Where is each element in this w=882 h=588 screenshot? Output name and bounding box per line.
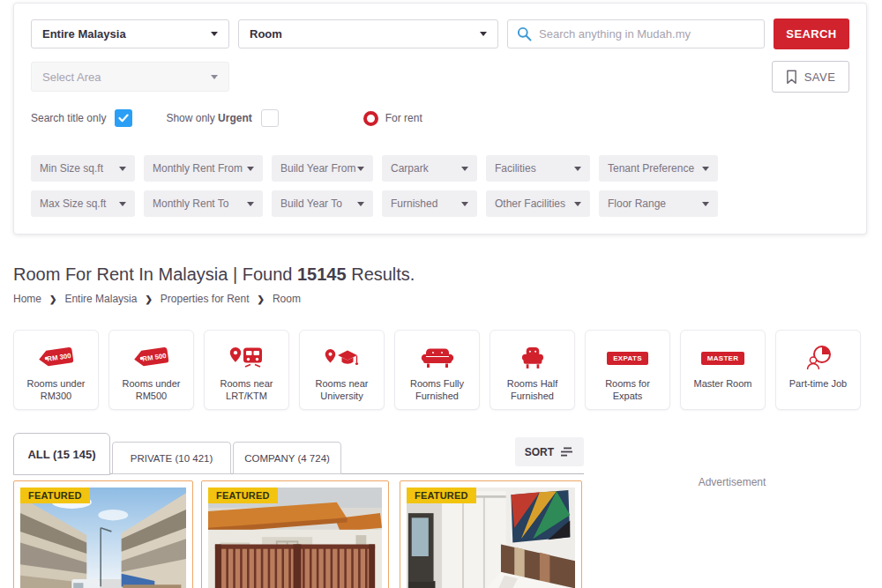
filter-other-facilities[interactable]: Other Facilities (486, 190, 590, 217)
chevron-down-icon (574, 202, 581, 206)
price-tag-icon: RM 300 (37, 346, 76, 370)
sort-button[interactable]: SORT (515, 437, 584, 466)
listing-card[interactable]: FEATURED (201, 480, 389, 588)
expats-badge-icon: EXPATS (607, 352, 648, 365)
chevron-down-icon (357, 167, 364, 171)
filter-min-size[interactable]: Min Size sq.ft (31, 155, 135, 182)
chevron-right-icon: ❯ (49, 294, 56, 304)
category-rooms-fully-furnished[interactable]: Rooms Fully Furnished (394, 330, 480, 410)
category-rooms-near-university[interactable]: Rooms near University (299, 330, 385, 410)
listing-card[interactable]: FEATURED (400, 480, 582, 588)
for-rent-radio[interactable] (363, 111, 378, 126)
filter-floor-range[interactable]: Floor Range (599, 190, 718, 217)
category-rooms-under-rm500[interactable]: RM 500 Rooms near LRT/KTM Rooms under RM… (108, 330, 194, 410)
breadcrumb: Home ❯ Entire Malaysia ❯ Properties for … (13, 293, 415, 305)
region-select[interactable]: Entire Malaysia (31, 19, 229, 48)
chevron-right-icon: ❯ (145, 294, 152, 304)
chevron-down-icon (211, 75, 218, 79)
sort-icon (561, 447, 574, 458)
listing-photo-bedroom: FEATURED (407, 488, 575, 588)
search-icon (517, 26, 532, 41)
category-rooms-half-furnished[interactable]: Rooms Half Furnished (490, 330, 575, 410)
region-select-value: Entire Malaysia (42, 27, 126, 41)
category-select-value: Room (250, 27, 282, 41)
filter-build-year-to[interactable]: Build Year To (272, 190, 373, 217)
chevron-down-icon (357, 202, 364, 206)
sofa-icon (420, 346, 455, 370)
sort-button-label: SORT (525, 446, 554, 458)
chevron-down-icon (247, 167, 254, 171)
chevron-down-icon (119, 202, 126, 206)
filter-monthly-rent-to[interactable]: Monthly Rent To (144, 190, 263, 217)
save-search-button[interactable]: SAVE (772, 61, 849, 93)
category-shortcuts: RM 300 Rooms under RM300 RM 500 Rooms ne… (13, 330, 861, 410)
train-location-icon (228, 345, 265, 371)
page-title: Room For Rent In Malaysia | Found 15145 … (13, 264, 415, 285)
listing-photo-street: FEATURED (20, 488, 186, 588)
category-select[interactable]: Room (238, 19, 498, 48)
chevron-right-icon: ❯ (258, 294, 265, 304)
category-part-time-job[interactable]: Part-time Job (775, 330, 861, 410)
listing-card[interactable]: FEATURED (13, 480, 193, 588)
tab-all[interactable]: ALL (15 145) (13, 433, 110, 475)
search-title-only-label: Search title only (31, 112, 106, 124)
listing-tabs: ALL (15 145) PRIVATE (10 421) COMPANY (4… (13, 433, 584, 475)
chevron-down-icon (461, 167, 468, 171)
area-select-placeholder: Select Area (42, 71, 101, 84)
breadcrumb-room[interactable]: Room (273, 293, 301, 305)
bookmark-icon (786, 70, 797, 85)
show-only-urgent-label: Show only Urgent (166, 112, 251, 124)
chevron-down-icon (461, 202, 468, 206)
save-button-label: SAVE (804, 71, 836, 84)
featured-badge: FEATURED (407, 488, 476, 503)
show-only-urgent-checkbox[interactable] (261, 109, 279, 127)
results-count: 15145 (297, 264, 347, 284)
breadcrumb-home[interactable]: Home (13, 293, 41, 305)
armchair-icon (519, 346, 547, 370)
chevron-down-icon (702, 202, 709, 206)
tab-private[interactable]: PRIVATE (10 421) (112, 442, 231, 474)
category-master-room[interactable]: MASTER Master Room (680, 330, 766, 410)
master-badge-icon: MASTER (701, 352, 745, 365)
listing-photo-house: FEATURED (208, 488, 382, 588)
search-box (507, 19, 765, 48)
breadcrumb-region[interactable]: Entire Malaysia (64, 293, 137, 305)
filter-carpark[interactable]: Carpark (382, 155, 477, 182)
chevron-down-icon (119, 167, 126, 171)
filter-max-size[interactable]: Max Size sq.ft (31, 190, 135, 217)
featured-badge: FEATURED (20, 488, 90, 503)
chevron-down-icon (247, 202, 254, 206)
filter-facilities[interactable]: Facilities (486, 155, 590, 182)
search-filter-panel: Entire Malaysia Room SEARCH Select Area … (13, 3, 867, 234)
breadcrumb-properties-for-rent[interactable]: Properties for Rent (161, 293, 250, 305)
tab-company[interactable]: COMPANY (4 724) (233, 442, 341, 474)
for-rent-option: For rent (363, 111, 422, 126)
for-rent-label: For rent (385, 112, 422, 124)
category-rooms-near-lrt-ktm[interactable]: Rooms near LRT/KTM (204, 330, 289, 410)
chevron-down-icon (702, 167, 709, 171)
chevron-down-icon (574, 167, 581, 171)
chevron-down-icon (211, 32, 218, 36)
category-rooms-for-expats[interactable]: EXPATS Rooms for Expats (585, 330, 670, 410)
featured-badge: FEATURED (208, 488, 278, 503)
price-tag-icon: RM 500 (132, 346, 171, 370)
check-icon (118, 114, 129, 123)
person-clock-icon (804, 345, 833, 371)
filter-build-year-from[interactable]: Build Year From (272, 155, 373, 182)
category-rooms-under-rm300[interactable]: RM 300 Rooms under RM300 (13, 330, 99, 410)
advertisement-label: Advertisement (600, 476, 864, 488)
area-select[interactable]: Select Area (31, 62, 229, 92)
search-input[interactable] (539, 27, 755, 41)
search-title-only-checkbox[interactable] (115, 109, 132, 127)
search-button[interactable]: SEARCH (774, 19, 849, 49)
graduation-location-icon (324, 346, 361, 370)
filter-tenant-preference[interactable]: Tenant Preference (599, 155, 718, 182)
filter-furnished[interactable]: Furnished (382, 190, 477, 217)
chevron-down-icon (480, 32, 487, 36)
filter-monthly-rent-from[interactable]: Monthly Rent From (144, 155, 263, 182)
